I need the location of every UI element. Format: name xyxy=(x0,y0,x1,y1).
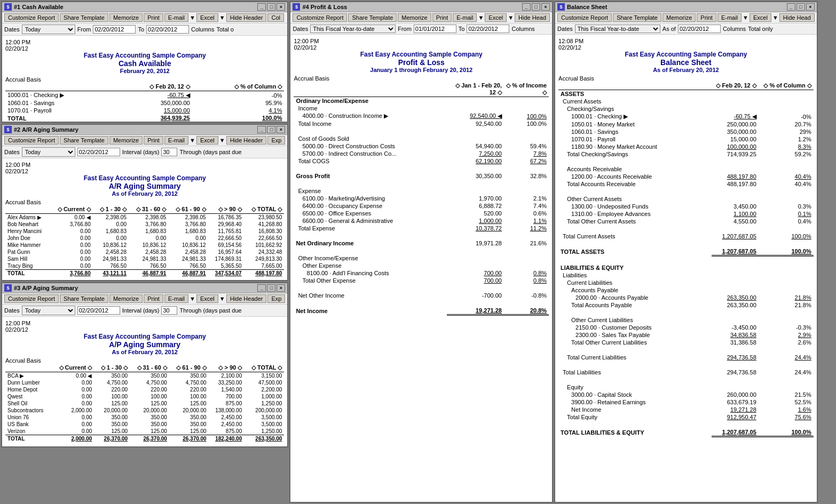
cash-dates-select[interactable]: Today xyxy=(22,25,75,34)
bs-report-content: 12:08 PM 02/20/12 Fast Easy Accounting S… xyxy=(555,35,817,441)
ap-close-btn[interactable]: × xyxy=(277,284,285,292)
table-row: 1000.01 · Checking ▶ -60.75 ◀ -0% xyxy=(5,91,284,100)
ar-close-btn[interactable]: × xyxy=(277,126,285,133)
bs-minimize-btn[interactable]: _ xyxy=(787,3,795,11)
table-row xyxy=(294,232,549,239)
ap-dates-label: Dates xyxy=(4,307,20,314)
ar-date-input[interactable] xyxy=(77,148,120,156)
bs-memorize-btn[interactable]: Memorize xyxy=(663,13,696,22)
pl-maximize-btn[interactable]: □ xyxy=(532,3,540,11)
ap-title-bar: $ #3 A/P Aging Summary _ □ × xyxy=(2,283,287,293)
pl-print-btn[interactable]: Print xyxy=(432,13,452,22)
bs-hide-btn[interactable]: Hide Head xyxy=(779,13,815,22)
table-row: TOTAL3,766.8043,121.1146,887.9146,887.91… xyxy=(5,270,284,277)
table-row: Other Current Assets xyxy=(558,195,814,203)
ap-basis: Accrual Basis xyxy=(5,357,284,364)
ar-dates-select[interactable]: Today xyxy=(22,147,75,157)
bs-excel-btn[interactable]: Excel xyxy=(750,13,771,22)
bs-print-btn[interactable]: Print xyxy=(697,13,716,22)
table-row: Other Expense xyxy=(294,262,549,269)
table-row: Other Income/Expense xyxy=(294,254,549,262)
cash-customize-btn[interactable]: Customize Report xyxy=(4,13,59,22)
ap-date-input[interactable] xyxy=(77,306,120,315)
bs-close-btn[interactable]: × xyxy=(806,3,815,11)
ap-maximize-btn[interactable]: □ xyxy=(267,284,275,292)
bs-asof-input[interactable] xyxy=(678,25,721,33)
cash-excel-btn[interactable]: Excel xyxy=(196,13,218,22)
ap-email-btn[interactable]: E-mail xyxy=(164,294,188,303)
pl-minimize-btn[interactable]: _ xyxy=(522,3,531,11)
cash-from-input[interactable] xyxy=(93,25,136,34)
table-row: Current Assets xyxy=(558,98,814,105)
bs-dates-select[interactable]: This Fiscal Year-to-date xyxy=(575,25,660,33)
ap-print-btn[interactable]: Print xyxy=(144,294,163,303)
bs-share-btn[interactable]: Share Template xyxy=(613,13,661,22)
ap-hide-btn[interactable]: Hide Header xyxy=(226,294,267,303)
ar-interval-input[interactable] xyxy=(161,148,177,156)
pl-dates-select[interactable]: This Fiscal Year-to-date xyxy=(310,25,396,33)
cash-time: 12:00 PM xyxy=(5,39,284,45)
ap-memorize-btn[interactable]: Memorize xyxy=(109,294,143,303)
cash-collapse-btn[interactable]: Col xyxy=(267,13,284,22)
cash-to-input[interactable] xyxy=(146,25,189,34)
ar-minimize-btn[interactable]: _ xyxy=(257,126,266,133)
bs-report-subtitle: As of February 20, 2012 xyxy=(558,67,814,73)
pl-to-input[interactable] xyxy=(467,25,509,33)
ar-exp-btn[interactable]: Exp xyxy=(267,136,285,145)
ar-email-btn[interactable]: E-mail xyxy=(164,136,188,145)
ar-through-label: Through (days past due xyxy=(179,149,241,155)
cash-maximize-btn[interactable]: □ xyxy=(267,3,275,11)
cash-email-btn[interactable]: E-mail xyxy=(164,13,188,22)
ap-exp-btn[interactable]: Exp xyxy=(267,294,285,303)
ap-minimize-btn[interactable]: _ xyxy=(257,284,266,292)
ap-dates-select[interactable]: Today xyxy=(22,306,75,315)
table-row: TOTAL ASSETS1,207,687.05100.0% xyxy=(558,247,814,256)
pl-hide-btn[interactable]: Hide Head xyxy=(515,13,550,22)
pl-from-input[interactable] xyxy=(414,25,456,33)
cash-dates-label: Dates xyxy=(4,26,20,33)
ar-maximize-btn[interactable]: □ xyxy=(267,126,275,133)
ar-customize-btn[interactable]: Customize Report xyxy=(4,136,59,145)
cash-hide-header-btn[interactable]: Hide Header xyxy=(226,13,267,22)
table-row: Union 760.00350.00350.00350.002,450.003,… xyxy=(5,414,284,421)
pl-col2-header: % of Income xyxy=(512,82,547,89)
table-row: Gross Profit30,350.0032.8% xyxy=(294,172,549,180)
cash-minimize-btn[interactable]: _ xyxy=(257,3,266,11)
ar-memorize-btn[interactable]: Memorize xyxy=(109,136,143,145)
ar-excel-btn[interactable]: Excel xyxy=(196,136,218,145)
table-row: 2000.00 · Accounts Payable263,350.0021.8… xyxy=(558,294,814,301)
ap-interval-input[interactable] xyxy=(161,306,177,315)
cash-share-btn[interactable]: Share Template xyxy=(60,13,108,22)
ap-window-icon: $ xyxy=(4,284,12,292)
bs-maximize-btn[interactable]: □ xyxy=(796,3,805,11)
table-row: 1060.01 · Savings 350,000.00 95.9% xyxy=(5,99,284,107)
cash-close-btn[interactable]: × xyxy=(277,3,285,11)
pl-close-btn[interactable]: × xyxy=(541,3,550,11)
cash-date: 02/20/12 xyxy=(5,45,284,52)
ap-company: Fast Easy Accounting Sample Company xyxy=(5,333,284,340)
ar-share-btn[interactable]: Share Template xyxy=(60,136,108,145)
ar-hide-btn[interactable]: Hide Header xyxy=(226,136,267,145)
ap-report-subtitle: As of February 20, 2012 xyxy=(5,349,284,355)
cash-print-btn[interactable]: Print xyxy=(144,13,163,22)
ar-window-title: #2 A/R Aging Summary xyxy=(14,126,78,133)
ap-excel-btn[interactable]: Excel xyxy=(196,294,218,303)
ap-share-btn[interactable]: Share Template xyxy=(60,294,108,303)
table-row: Expense xyxy=(294,187,549,195)
pl-company: Fast Easy Accounting Sample Company xyxy=(294,51,549,58)
bs-customize-btn[interactable]: Customize Report xyxy=(557,13,612,22)
pl-title-bar: $ #4 Profit & Loss _ □ × xyxy=(290,2,552,12)
table-row xyxy=(558,188,814,195)
pl-memorize-btn[interactable]: Memorize xyxy=(398,13,431,22)
pl-email-btn[interactable]: E-mail xyxy=(453,13,477,22)
bs-email-btn[interactable]: E-mail xyxy=(717,13,742,22)
ap-customize-btn[interactable]: Customize Report xyxy=(4,294,59,303)
cash-from-label: From xyxy=(77,26,91,33)
pl-basis: Accrual Basis xyxy=(294,75,549,82)
cash-company: Fast Easy Accounting Sample Company xyxy=(5,52,284,59)
ar-print-btn[interactable]: Print xyxy=(144,136,163,145)
pl-share-btn[interactable]: Share Template xyxy=(348,13,397,22)
pl-excel-btn[interactable]: Excel xyxy=(485,13,507,22)
cash-memorize-btn[interactable]: Memorize xyxy=(109,13,143,22)
pl-customize-btn[interactable]: Customize Report xyxy=(293,13,347,22)
